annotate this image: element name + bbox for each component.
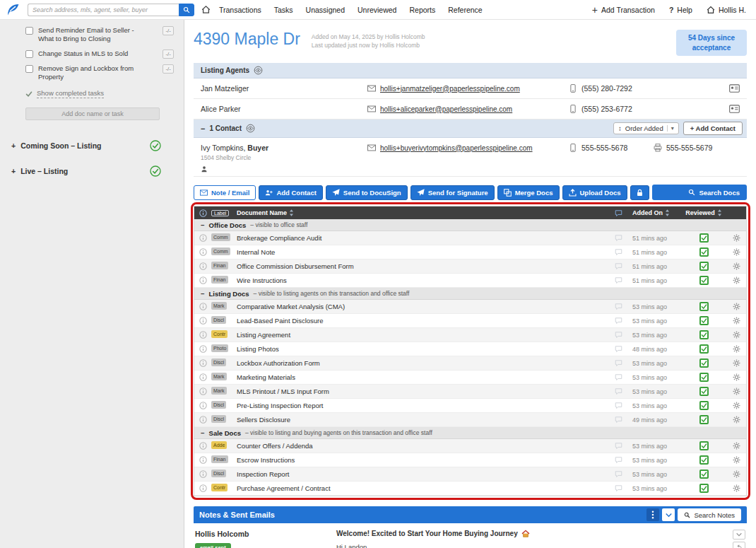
reviewed-checkbox[interactable] xyxy=(699,302,709,311)
doc-name[interactable]: Lead-Based Paint Disclosure xyxy=(237,317,609,325)
comment-icon[interactable] xyxy=(615,234,622,242)
reviewed-checkbox[interactable] xyxy=(699,344,709,354)
doc-row[interactable]: DisclSellers Disclosure49 mins ago xyxy=(194,413,746,427)
send-to-docusign-button[interactable]: Send to DocuSign xyxy=(326,185,408,200)
reviewed-checkbox[interactable] xyxy=(699,276,709,285)
add-contact-button[interactable]: Add Contact xyxy=(259,185,322,200)
doc-info-icon[interactable] xyxy=(199,442,207,450)
note-email-button[interactable]: Note / Email xyxy=(194,185,256,200)
doc-row[interactable]: CommInternal Note51 mins ago xyxy=(194,245,746,260)
gear-icon[interactable] xyxy=(733,345,740,353)
doc-info-icon[interactable] xyxy=(199,303,207,310)
gear-icon[interactable] xyxy=(733,373,740,381)
doc-info-icon[interactable] xyxy=(199,387,207,395)
reviewed-checkbox[interactable] xyxy=(699,247,709,257)
comment-icon[interactable] xyxy=(615,442,622,450)
comment-icon[interactable] xyxy=(615,331,622,339)
doc-info-icon[interactable] xyxy=(199,456,207,464)
comment-icon[interactable] xyxy=(615,402,622,409)
comment-icon[interactable] xyxy=(615,303,622,310)
comment-icon[interactable] xyxy=(615,248,622,256)
nav-reports[interactable]: Reports xyxy=(409,6,435,14)
doc-info-icon[interactable] xyxy=(199,248,207,256)
gear-icon[interactable] xyxy=(733,484,740,492)
gear-icon[interactable] xyxy=(733,303,740,310)
send-for-signature-button[interactable]: Send for Signature xyxy=(411,185,495,200)
lock-docs-button[interactable] xyxy=(630,185,649,200)
gear-icon[interactable] xyxy=(733,359,740,367)
contact-card-icon[interactable] xyxy=(729,105,740,113)
doc-name[interactable]: Wire Instructions xyxy=(237,276,609,284)
gear-icon[interactable] xyxy=(733,234,740,242)
user-menu[interactable]: Hollis H. xyxy=(707,6,746,14)
agent-email-link[interactable]: hollis+janmatzeliger@paperlesspipeline.c… xyxy=(380,85,520,93)
collapse-section-icon[interactable]: − xyxy=(201,429,205,437)
gear-icon[interactable] xyxy=(733,262,740,270)
collapse-contacts-icon[interactable]: − xyxy=(201,124,205,133)
doc-info-icon[interactable] xyxy=(199,276,207,284)
reviewed-checkbox[interactable] xyxy=(699,455,709,465)
task-checkbox[interactable] xyxy=(25,27,33,35)
contact-order-select[interactable]: ↕ Order Added ▾ xyxy=(613,122,679,134)
reply-note-button[interactable] xyxy=(733,542,745,548)
doc-row[interactable]: FinanEscrow Instructions53 mins ago xyxy=(194,453,746,467)
add-contact-button[interactable]: + Add Contact xyxy=(683,122,743,135)
search-docs-button[interactable]: Search Docs xyxy=(652,185,747,200)
comment-icon[interactable] xyxy=(615,416,622,424)
collapse-section-icon[interactable]: − xyxy=(201,221,205,229)
gear-icon[interactable] xyxy=(733,470,740,478)
doc-row[interactable]: CommBrokerage Compliance Audit51 mins ag… xyxy=(194,231,746,245)
help-button[interactable]: ?Help xyxy=(669,6,692,14)
nav-reference[interactable]: Reference xyxy=(448,6,482,14)
reviewed-checkbox[interactable] xyxy=(699,358,709,368)
doc-info-icon[interactable] xyxy=(199,345,207,353)
visibility-eye-icon[interactable] xyxy=(246,124,255,133)
doc-name[interactable]: Inspection Report xyxy=(237,470,609,478)
doc-info-icon[interactable] xyxy=(199,373,207,381)
comment-icon[interactable] xyxy=(615,456,622,464)
add-doc-or-task-input[interactable]: Add doc name or task xyxy=(25,107,160,120)
doc-name[interactable]: Comparative Market Analysis (CMA) xyxy=(237,303,609,310)
notes-filter-dropdown[interactable] xyxy=(662,508,675,521)
nav-unreviewed[interactable]: Unreviewed xyxy=(358,6,396,14)
doc-section-header-listing-docs[interactable]: −Listing Docs– visible to listing agents… xyxy=(194,288,746,300)
doc-info-icon[interactable] xyxy=(199,470,207,478)
doc-info-icon[interactable] xyxy=(199,416,207,424)
collapse-section-icon[interactable]: − xyxy=(201,290,205,298)
doc-name[interactable]: Internal Note xyxy=(237,248,609,256)
added-on-column-header[interactable]: Added On xyxy=(627,209,681,216)
doc-name[interactable]: Listing Agreement xyxy=(237,331,609,339)
reviewed-checkbox[interactable] xyxy=(699,233,709,243)
doc-row[interactable]: FinanWire Instructions51 mins ago xyxy=(194,274,746,288)
doc-name[interactable]: Brokerage Compliance Audit xyxy=(237,234,609,242)
doc-row[interactable]: DisclPre-Listing Inspection Report53 min… xyxy=(194,399,746,413)
comment-icon[interactable] xyxy=(615,317,622,325)
agent-email-link[interactable]: hollis+aliceparker@paperlesspipeline.com xyxy=(380,105,512,113)
upload-docs-button[interactable]: Upload Docs xyxy=(562,185,627,200)
gear-icon[interactable] xyxy=(733,317,740,325)
reviewed-checkbox[interactable] xyxy=(699,387,709,396)
doc-info-icon[interactable] xyxy=(199,484,207,492)
doc-info-icon[interactable] xyxy=(199,359,207,367)
task-checkbox[interactable] xyxy=(25,65,33,73)
comment-icon[interactable] xyxy=(615,359,622,367)
doc-row[interactable]: ContrPurchase Agreement / Contract53 min… xyxy=(194,482,746,496)
contact-email-link[interactable]: hollis+buyerivytompkins@paperlesspipelin… xyxy=(380,144,533,152)
doc-row[interactable]: DisclLead-Based Paint Disclosure53 mins … xyxy=(194,314,746,328)
info-icon[interactable] xyxy=(199,209,207,217)
reviewed-checkbox[interactable] xyxy=(699,316,709,325)
global-search-input[interactable] xyxy=(28,4,179,16)
doc-info-icon[interactable] xyxy=(199,317,207,325)
doc-name[interactable]: Marketing Materials xyxy=(237,373,609,381)
doc-name[interactable]: Counter Offers / Addenda xyxy=(237,442,609,450)
reviewed-checkbox[interactable] xyxy=(699,441,709,450)
global-search-button[interactable] xyxy=(179,4,194,16)
reviewed-column-header[interactable]: Reviewed xyxy=(681,209,726,216)
doc-info-icon[interactable] xyxy=(199,234,207,242)
gear-icon[interactable] xyxy=(733,331,740,339)
doc-row[interactable]: AddeCounter Offers / Addenda53 mins ago xyxy=(194,439,746,453)
comment-icon[interactable] xyxy=(615,387,622,395)
add-transaction-button[interactable]: +Add Transaction xyxy=(592,5,655,15)
reviewed-checkbox[interactable] xyxy=(699,330,709,339)
show-completed-tasks-link[interactable]: Show completed tasks xyxy=(0,84,184,101)
